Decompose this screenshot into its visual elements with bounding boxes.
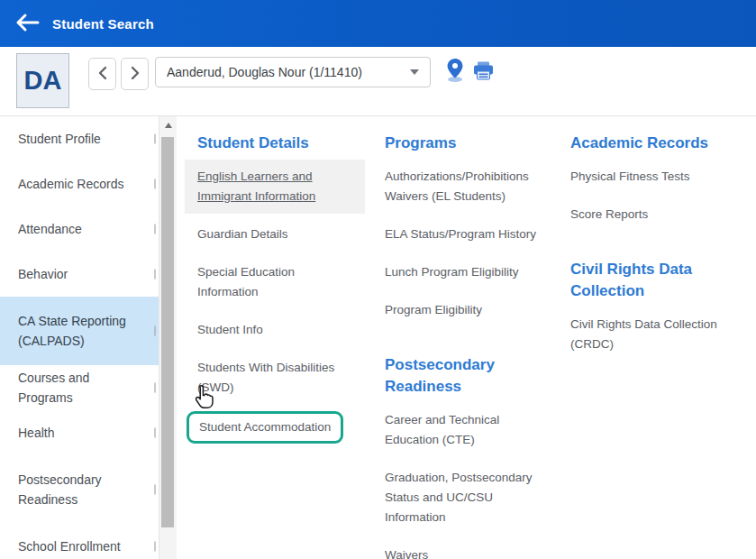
sidebar-item-label: Academic Records [18,174,124,194]
sidebar-item-label: Behavior [18,264,68,284]
triangle-up-icon [165,123,172,128]
back-button[interactable] [7,9,49,38]
previous-student-button[interactable] [88,58,116,90]
sidebar-item-label: School Enrollment [18,536,121,556]
sidebar-item-label: Attendance [18,219,82,239]
menu-column-3: Academic Records Physical Fitness Tests … [558,127,738,365]
sidebar-item-label: Courses and Programs [18,368,142,408]
link-physical-fitness-tests[interactable]: Physical Fitness Tests [558,160,738,194]
top-app-bar: Student Search [0,0,756,47]
scrollbar-thumb[interactable] [161,137,174,527]
link-waivers[interactable]: Waivers [372,538,552,559]
sidebar-item-label: Health [18,423,54,443]
sidebar-item-behavior[interactable]: Behavior [0,252,159,297]
student-toolbar: DA Aanderud, Douglas Nour (1/11410) [0,47,756,116]
map-pin-icon [444,72,466,86]
sidebar-item-school-enrollment[interactable]: School Enrollment [0,524,159,559]
student-selector-dropdown[interactable]: Aanderud, Douglas Nour (1/11410) [155,57,431,87]
link-score-reports[interactable]: Score Reports [558,197,738,232]
dropdown-caret-icon [410,69,419,75]
chevron-right-icon [154,179,156,189]
next-student-button[interactable] [121,58,149,90]
menu-column-2: Programs Authorizations/Prohibitions Wai… [372,127,552,559]
student-avatar: DA [16,53,69,108]
chevron-right-icon [154,134,156,144]
page-title: Student Search [52,16,154,32]
link-students-with-disabilities-swd[interactable]: Students With Disabilities (SWD) [185,351,365,405]
link-student-accommodation[interactable]: Student Accommodation [189,414,341,441]
sidebar-item-health[interactable]: Health [0,410,159,455]
link-student-info[interactable]: Student Info [185,313,365,347]
chevron-right-icon [154,270,156,280]
chevron-right-icon [154,326,156,336]
sidebar-item-attendance[interactable]: Attendance [0,206,159,252]
sidebar-item-label: Student Profile [18,129,101,149]
calpads-menu-content: Student Details English Learners and Imm… [177,116,756,559]
chevron-right-icon [130,66,141,83]
link-authorizations-prohibitions-waivers-el-students[interactable]: Authorizations/Prohibitions Waivers (EL … [372,160,552,214]
sidebar-item-student-profile[interactable]: Student Profile [0,116,159,161]
menu-column-1: Student Details English Learners and Imm… [185,127,365,444]
student-location-button[interactable] [444,58,466,86]
scrollbar-up-button[interactable] [159,116,177,134]
section-academic-records: Academic Records [558,127,738,160]
selected-student-name: Aanderud, Douglas Nour (1/11410) [167,65,403,79]
chevron-right-icon [154,428,156,438]
sidebar-scrollbar[interactable] [159,116,177,559]
sidebar-item-courses-and-programs[interactable]: Courses and Programs [0,365,159,410]
sidebar-item-label: CA State Reporting (CALPADS) [18,311,142,351]
sidebar-item-academic-records[interactable]: Academic Records [0,161,159,206]
link-ela-status-program-history[interactable]: ELA Status/Program History [372,217,552,252]
print-button[interactable] [473,61,494,83]
chevron-right-icon [154,225,156,234]
link-civil-rights-data-collection-crdc[interactable]: Civil Rights Data Collection (CRDC) [558,307,738,362]
link-graduation-postsecondary-status-uc-csu-information[interactable]: Graduation, Postsecondary Status and UC/… [372,461,552,535]
section-programs: Programs [372,127,552,160]
sidebar-item-label: Postsecondary Readiness [18,470,142,509]
click-highlight-ring: Student Accommodation [187,411,343,444]
section-postsecondary-readiness: Postsecondary Readiness [372,349,552,403]
link-guardian-details[interactable]: Guardian Details [185,217,365,252]
sidebar-item-postsecondary-readiness[interactable]: Postsecondary Readiness [0,455,159,524]
link-lunch-program-eligibility[interactable]: Lunch Program Eligibility [372,255,552,289]
printer-icon [473,69,494,83]
link-english-learners-and-immigrant-information[interactable]: English Learners and Immigrant Informati… [185,160,365,214]
link-program-eligibility[interactable]: Program Eligibility [372,293,552,327]
sidebar-item-ca-state-reporting-calpads[interactable]: CA State Reporting (CALPADS) [0,297,159,365]
chevron-right-icon [154,485,156,495]
link-career-and-technical-education-cte[interactable]: Career and Technical Education (CTE) [372,403,552,457]
chevron-right-icon [154,542,156,552]
chevron-right-icon [154,383,156,393]
section-civil-rights-data-collection: Civil Rights Data Collection [558,253,738,307]
chevron-left-icon [97,66,108,83]
student-search-page: Student Search DA Aanderud, Douglas Nour… [0,0,756,559]
section-student-details: Student Details [185,127,365,160]
module-sidebar: Student Profile Academic Records Attenda… [0,116,159,559]
back-arrow-icon [15,13,41,35]
link-special-education-information[interactable]: Special Education Information [185,255,365,309]
